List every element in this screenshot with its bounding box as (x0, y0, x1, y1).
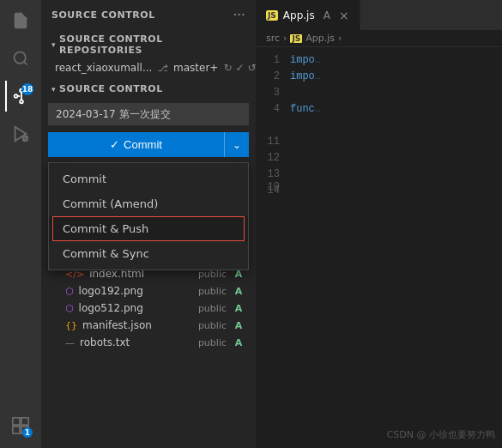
editor-area: JS App.js A × src › JS App.js › 1 impo… … (256, 0, 502, 448)
commit-btn-label: Commit (124, 138, 162, 151)
commit-button[interactable]: ✓ Commit (48, 132, 224, 157)
dropdown-item-commit[interactable]: Commit (49, 166, 248, 191)
png-icon: ⬡ (65, 286, 74, 297)
dropdown-item-commit-amend[interactable]: Commit (Amend) (49, 191, 248, 216)
file-tag: public (198, 286, 227, 297)
branch-name: master+ (173, 62, 218, 74)
svg-point-0 (15, 52, 26, 64)
breadcrumb-src: src (266, 33, 280, 44)
file-name: manifest.json (82, 319, 190, 331)
png-icon: ⬡ (65, 303, 74, 314)
code-line: 11 (256, 136, 502, 152)
code-line: 10 (256, 119, 502, 136)
svg-rect-11 (21, 418, 28, 425)
file-tag: public (198, 337, 227, 348)
refresh-icon[interactable]: ↺ (248, 62, 256, 74)
line-number: 12 (256, 152, 290, 164)
file-name: logo512.png (79, 302, 190, 314)
svg-rect-10 (13, 418, 20, 425)
chevron-down-icon: ▾ (51, 40, 56, 49)
file-tag: public (198, 303, 227, 314)
dropdown-item-commit-push[interactable]: Commit & Push (49, 216, 248, 241)
editor-tabs: JS App.js A × (256, 0, 502, 30)
check-icon-btn: ✓ (110, 138, 119, 151)
repo-row[interactable]: react_xiaoxumall... ⎇ master+ ↻ ✓ ↺ ··· (41, 59, 256, 76)
file-tag: public (198, 320, 227, 331)
file-badge: A (232, 336, 245, 349)
repo-actions: ↻ ✓ ↺ ··· (223, 62, 256, 74)
commit-button-wrapper: ✓ Commit ⌄ Commit Commit (Amend) Commit … (41, 130, 256, 162)
source-control-icon[interactable]: 18 (5, 81, 36, 112)
extensions-icon[interactable]: 1 (5, 410, 36, 441)
svg-rect-12 (13, 427, 20, 433)
watermark: CSDN @ 小徐也要努力鸭 (387, 428, 495, 441)
check-icon[interactable]: ✓ (235, 62, 244, 74)
tab-appjs[interactable]: JS App.js A × (256, 0, 360, 30)
run-debug-icon[interactable] (5, 118, 36, 149)
commit-message-input[interactable] (48, 103, 249, 125)
txt-icon: — (65, 337, 75, 348)
commit-dropdown-button[interactable]: ⌄ (224, 132, 249, 157)
tab-label: App.js (283, 9, 315, 21)
file-name: robots.txt (80, 336, 190, 348)
list-item[interactable]: {} manifest.json public A (41, 317, 256, 334)
search-icon[interactable] (5, 43, 36, 74)
code-line: 1 impo… (256, 54, 502, 70)
source-control-section-title[interactable]: ▾ SOURCE CONTROL (41, 80, 256, 98)
code-line: 3 (256, 87, 502, 103)
code-line: 4 func… (256, 103, 502, 119)
tab-letter-a: A (324, 9, 330, 21)
line-number: 2 (256, 70, 290, 82)
close-icon[interactable]: × (339, 9, 349, 22)
js-file-icon: JS (266, 10, 278, 21)
code-line: 2 impo… (256, 70, 502, 87)
file-badge: A (232, 284, 245, 298)
breadcrumb-sep2: › (338, 33, 342, 44)
code-line: 14 (256, 185, 502, 201)
list-item[interactable]: — robots.txt public A (41, 334, 256, 351)
commit-dropdown-menu: Commit Commit (Amend) Commit & Push Comm… (48, 162, 249, 270)
dropdown-item-commit-sync[interactable]: Commit & Sync (49, 241, 248, 266)
source-control-badge: 18 (21, 83, 33, 95)
commit-btn-row: ✓ Commit ⌄ (48, 132, 249, 157)
line-content: impo… (290, 54, 321, 66)
sidebar-title: SOURCE CONTROL (51, 9, 155, 21)
js-icon-small: JS (290, 34, 302, 43)
line-content: func… (290, 103, 321, 115)
list-item[interactable]: ⬡ logo512.png public A (41, 300, 256, 317)
breadcrumb: src › JS App.js › (256, 30, 502, 47)
extensions-badge: 1 (22, 427, 33, 438)
file-badge: A (232, 318, 245, 332)
chevron-down-icon-2: ▾ (51, 85, 56, 94)
sidebar: SOURCE CONTROL ··· ▾ SOURCE CONTROL REPO… (41, 0, 256, 448)
repo-name: react_xiaoxumall... (55, 62, 152, 74)
line-number: 14 (256, 185, 290, 197)
code-area: 1 impo… 2 impo… 3 4 func… 10 11 12 13 14 (256, 47, 502, 448)
branch-icon: ⎇ (157, 63, 168, 74)
line-number: 4 (256, 103, 290, 115)
more-actions-icon[interactable]: ··· (233, 9, 245, 21)
repos-section-title[interactable]: ▾ SOURCE CONTROL REPOSITORIES (41, 30, 256, 59)
list-item[interactable]: ⬡ logo192.png public A (41, 282, 256, 300)
line-content: impo… (290, 70, 321, 82)
line-number: 13 (256, 168, 290, 180)
sidebar-header: SOURCE CONTROL ··· (41, 0, 256, 30)
svg-line-1 (24, 62, 27, 65)
sidebar-header-actions: ··· (233, 9, 245, 21)
line-number: 11 (256, 136, 290, 148)
chevron-down-icon-btn: ⌄ (233, 139, 241, 151)
line-number: 3 (256, 87, 290, 99)
json-icon: {} (65, 320, 77, 331)
explorer-icon[interactable] (5, 5, 36, 36)
sync-icon[interactable]: ↻ (223, 62, 232, 74)
svg-point-3 (20, 100, 23, 104)
line-number: 1 (256, 54, 290, 66)
breadcrumb-sep1: › (283, 33, 287, 44)
activity-bar: 18 1 (0, 0, 41, 448)
code-line: 12 (256, 152, 502, 168)
file-name: logo192.png (79, 285, 190, 297)
code-line: 13 (256, 168, 502, 185)
file-badge: A (232, 301, 245, 315)
svg-point-4 (15, 94, 18, 98)
breadcrumb-file: App.js (305, 33, 335, 44)
